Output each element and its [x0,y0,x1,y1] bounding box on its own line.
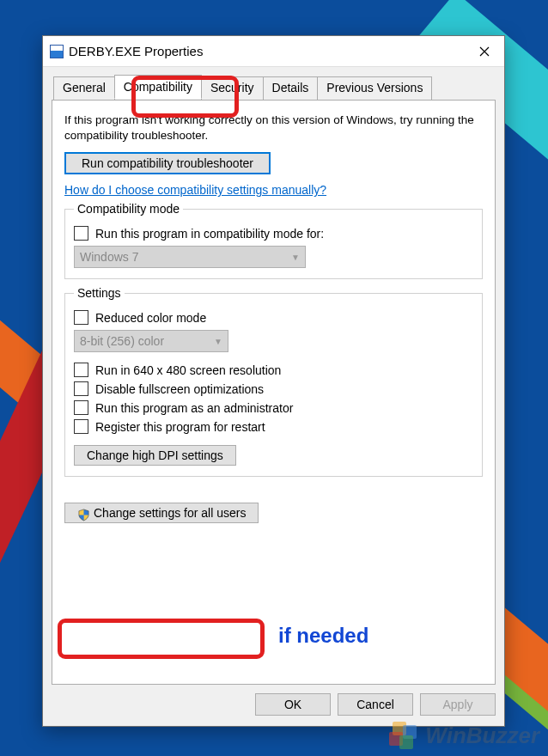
legend-settings: Settings [74,286,125,300]
chk-compat-mode[interactable] [74,226,88,241]
fieldset-settings: Settings Reduced color mode 8-bit (256) … [64,293,483,477]
high-dpi-button[interactable]: Change high DPI settings [74,445,236,466]
watermark: WinBuzzer [387,720,539,751]
chevron-down-icon: ▼ [214,337,222,346]
chk-run-admin-label: Run this program as an administrator [95,401,293,415]
chk-low-res[interactable] [74,363,88,377]
compat-mode-value: Windows 7 [80,250,138,264]
chk-register-restart[interactable] [74,419,88,434]
tab-general[interactable]: General [53,76,115,101]
ok-button[interactable]: OK [255,693,331,716]
tab-details[interactable]: Details [263,76,319,101]
chk-reduced-color[interactable] [74,310,88,325]
all-users-label: Change settings for all users [94,506,246,520]
tab-panel-compatibility: If this program isn't working correctly … [52,100,496,685]
chk-reduced-color-label: Reduced color mode [95,311,206,325]
color-mode-dropdown[interactable]: 8-bit (256) color ▼ [74,330,228,352]
intro-text: If this program isn't working correctly … [64,113,483,143]
chk-run-admin[interactable] [74,400,88,415]
chk-low-res-label: Run in 640 x 480 screen resolution [95,363,281,377]
properties-dialog: DERBY.EXE Properties General Compatibili… [42,35,505,727]
apply-button[interactable]: Apply [420,693,496,716]
chk-register-restart-label: Register this program for restart [95,420,265,434]
legend-compat-mode: Compatibility mode [74,202,183,216]
chk-disable-fullscreen[interactable] [74,381,88,396]
change-settings-all-users-button[interactable]: Change settings for all users [64,503,259,523]
color-mode-value: 8-bit (256) color [80,334,164,348]
close-icon [479,46,490,57]
watermark-icon [387,720,422,751]
tab-strip: General Compatibility Security Details P… [52,76,496,100]
help-link[interactable]: How do I choose compatibility settings m… [64,183,483,197]
compat-mode-dropdown[interactable]: Windows 7 ▼ [74,246,306,268]
cancel-button[interactable]: Cancel [338,693,413,716]
titlebar[interactable]: DERBY.EXE Properties [43,36,504,67]
tab-compatibility[interactable]: Compatibility [114,75,202,99]
chk-compat-mode-label: Run this program in compatibility mode f… [95,227,324,241]
close-button[interactable] [465,36,504,66]
tab-previous-versions[interactable]: Previous Versions [317,76,432,101]
shield-icon [77,509,90,521]
chk-disable-fullscreen-label: Disable fullscreen optimizations [95,382,264,396]
chevron-down-icon: ▼ [291,253,300,262]
run-troubleshooter-button[interactable]: Run compatibility troubleshooter [64,152,271,174]
watermark-text: WinBuzzer [425,722,539,749]
window-title: DERBY.EXE Properties [69,44,465,58]
fieldset-compatibility-mode: Compatibility mode Run this program in c… [64,209,483,279]
app-icon [50,45,64,58]
tab-security[interactable]: Security [201,76,264,101]
annotation-text: if needed [278,624,368,648]
